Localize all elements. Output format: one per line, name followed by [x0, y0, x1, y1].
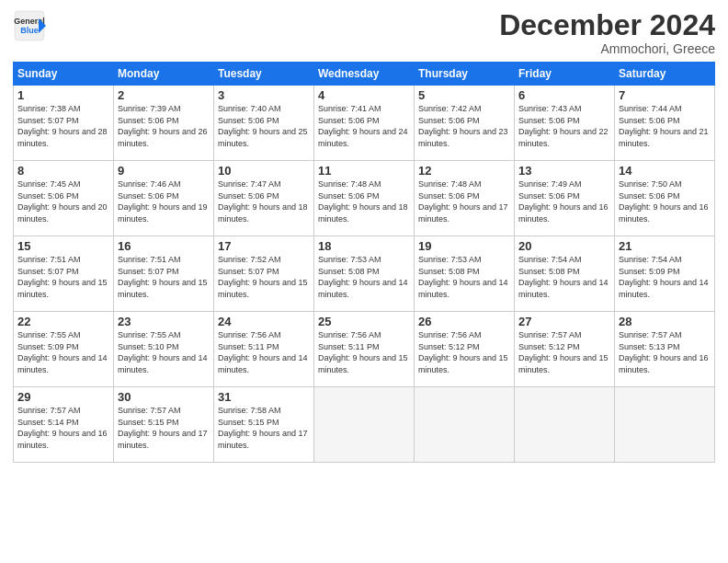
day-number: 23 [118, 315, 210, 328]
day-info: Sunrise: 7:49 AM Sunset: 5:06 PM Dayligh… [518, 178, 610, 224]
day-info: Sunrise: 7:54 AM Sunset: 5:08 PM Dayligh… [518, 254, 610, 300]
calendar-body: 1 Sunrise: 7:38 AM Sunset: 5:07 PM Dayli… [14, 86, 715, 463]
empty-cell [615, 387, 715, 463]
day-number: 27 [518, 315, 610, 328]
day-info: Sunrise: 7:58 AM Sunset: 5:15 PM Dayligh… [218, 405, 310, 451]
day-cell-3: 3 Sunrise: 7:40 AM Sunset: 5:06 PM Dayli… [214, 86, 314, 161]
day-number: 3 [218, 88, 310, 102]
day-cell-19: 19 Sunrise: 7:53 AM Sunset: 5:08 PM Dayl… [415, 236, 515, 312]
day-cell-28: 28 Sunrise: 7:57 AM Sunset: 5:13 PM Dayl… [615, 312, 715, 387]
header: General Blue December 2024 Ammochori, Gr… [13, 9, 715, 56]
day-number: 2 [118, 88, 210, 102]
day-number: 18 [318, 239, 410, 253]
day-cell-8: 8 Sunrise: 7:45 AM Sunset: 5:06 PM Dayli… [14, 161, 114, 236]
day-number: 22 [17, 315, 109, 328]
day-cell-2: 2 Sunrise: 7:39 AM Sunset: 5:06 PM Dayli… [114, 86, 214, 161]
week-row-2: 8 Sunrise: 7:45 AM Sunset: 5:06 PM Dayli… [14, 161, 715, 236]
day-number: 25 [318, 315, 410, 328]
column-header-sunday: Sunday [14, 63, 114, 86]
day-cell-11: 11 Sunrise: 7:48 AM Sunset: 5:06 PM Dayl… [314, 161, 415, 236]
day-number: 28 [619, 315, 711, 328]
week-row-5: 29 Sunrise: 7:57 AM Sunset: 5:14 PM Dayl… [14, 387, 715, 463]
day-cell-27: 27 Sunrise: 7:57 AM Sunset: 5:12 PM Dayl… [515, 312, 615, 387]
day-cell-10: 10 Sunrise: 7:47 AM Sunset: 5:06 PM Dayl… [214, 161, 314, 236]
day-cell-18: 18 Sunrise: 7:53 AM Sunset: 5:08 PM Dayl… [314, 236, 415, 312]
day-info: Sunrise: 7:51 AM Sunset: 5:07 PM Dayligh… [17, 254, 109, 300]
day-number: 5 [418, 88, 510, 102]
day-number: 6 [518, 88, 610, 102]
day-info: Sunrise: 7:54 AM Sunset: 5:09 PM Dayligh… [619, 254, 711, 300]
day-cell-21: 21 Sunrise: 7:54 AM Sunset: 5:09 PM Dayl… [615, 236, 715, 312]
day-cell-22: 22 Sunrise: 7:55 AM Sunset: 5:09 PM Dayl… [14, 312, 114, 387]
day-info: Sunrise: 7:53 AM Sunset: 5:08 PM Dayligh… [318, 254, 410, 300]
day-number: 26 [418, 315, 510, 328]
empty-cell [515, 387, 615, 463]
day-cell-15: 15 Sunrise: 7:51 AM Sunset: 5:07 PM Dayl… [14, 236, 114, 312]
day-number: 4 [318, 88, 410, 102]
day-cell-20: 20 Sunrise: 7:54 AM Sunset: 5:08 PM Dayl… [515, 236, 615, 312]
week-row-4: 22 Sunrise: 7:55 AM Sunset: 5:09 PM Dayl… [14, 312, 715, 387]
day-cell-17: 17 Sunrise: 7:52 AM Sunset: 5:07 PM Dayl… [214, 236, 314, 312]
calendar-header-row: SundayMondayTuesdayWednesdayThursdayFrid… [14, 63, 715, 86]
day-cell-5: 5 Sunrise: 7:42 AM Sunset: 5:06 PM Dayli… [415, 86, 515, 161]
logo: General Blue [13, 9, 46, 42]
day-number: 7 [619, 88, 711, 102]
day-number: 21 [619, 239, 711, 253]
day-info: Sunrise: 7:53 AM Sunset: 5:08 PM Dayligh… [418, 254, 510, 300]
day-info: Sunrise: 7:57 AM Sunset: 5:14 PM Dayligh… [17, 405, 109, 451]
month-year: December 2024 [499, 9, 715, 41]
day-cell-29: 29 Sunrise: 7:57 AM Sunset: 5:14 PM Dayl… [14, 387, 114, 463]
day-cell-30: 30 Sunrise: 7:57 AM Sunset: 5:15 PM Dayl… [114, 387, 214, 463]
week-row-3: 15 Sunrise: 7:51 AM Sunset: 5:07 PM Dayl… [14, 236, 715, 312]
title-block: December 2024 Ammochori, Greece [499, 9, 715, 56]
day-number: 29 [17, 390, 109, 404]
day-cell-12: 12 Sunrise: 7:48 AM Sunset: 5:06 PM Dayl… [415, 161, 515, 236]
column-header-wednesday: Wednesday [314, 63, 415, 86]
day-number: 30 [118, 390, 210, 404]
day-info: Sunrise: 7:56 AM Sunset: 5:12 PM Dayligh… [418, 329, 510, 375]
day-info: Sunrise: 7:46 AM Sunset: 5:06 PM Dayligh… [118, 178, 210, 224]
day-info: Sunrise: 7:57 AM Sunset: 5:13 PM Dayligh… [619, 329, 711, 375]
column-header-saturday: Saturday [615, 63, 715, 86]
day-number: 24 [218, 315, 310, 328]
day-number: 13 [518, 164, 610, 178]
day-info: Sunrise: 7:48 AM Sunset: 5:06 PM Dayligh… [418, 178, 510, 224]
day-info: Sunrise: 7:55 AM Sunset: 5:10 PM Dayligh… [118, 329, 210, 375]
day-number: 17 [218, 239, 310, 253]
day-info: Sunrise: 7:56 AM Sunset: 5:11 PM Dayligh… [318, 329, 410, 375]
day-info: Sunrise: 7:51 AM Sunset: 5:07 PM Dayligh… [118, 254, 210, 300]
day-info: Sunrise: 7:39 AM Sunset: 5:06 PM Dayligh… [118, 103, 210, 149]
day-cell-31: 31 Sunrise: 7:58 AM Sunset: 5:15 PM Dayl… [214, 387, 314, 463]
day-number: 1 [17, 88, 109, 102]
calendar-table: SundayMondayTuesdayWednesdayThursdayFrid… [13, 62, 715, 463]
location: Ammochori, Greece [499, 41, 715, 56]
day-number: 11 [318, 164, 410, 178]
day-cell-26: 26 Sunrise: 7:56 AM Sunset: 5:12 PM Dayl… [415, 312, 515, 387]
day-number: 12 [418, 164, 510, 178]
day-info: Sunrise: 7:45 AM Sunset: 5:06 PM Dayligh… [17, 178, 109, 224]
day-number: 15 [17, 239, 109, 253]
day-number: 16 [118, 239, 210, 253]
day-info: Sunrise: 7:56 AM Sunset: 5:11 PM Dayligh… [218, 329, 310, 375]
day-info: Sunrise: 7:41 AM Sunset: 5:06 PM Dayligh… [318, 103, 410, 149]
day-cell-4: 4 Sunrise: 7:41 AM Sunset: 5:06 PM Dayli… [314, 86, 415, 161]
day-cell-14: 14 Sunrise: 7:50 AM Sunset: 5:06 PM Dayl… [615, 161, 715, 236]
day-number: 19 [418, 239, 510, 253]
day-number: 14 [619, 164, 711, 178]
day-cell-23: 23 Sunrise: 7:55 AM Sunset: 5:10 PM Dayl… [114, 312, 214, 387]
day-cell-13: 13 Sunrise: 7:49 AM Sunset: 5:06 PM Dayl… [515, 161, 615, 236]
day-info: Sunrise: 7:43 AM Sunset: 5:06 PM Dayligh… [518, 103, 610, 149]
day-cell-16: 16 Sunrise: 7:51 AM Sunset: 5:07 PM Dayl… [114, 236, 214, 312]
day-number: 20 [518, 239, 610, 253]
day-cell-6: 6 Sunrise: 7:43 AM Sunset: 5:06 PM Dayli… [515, 86, 615, 161]
column-header-thursday: Thursday [415, 63, 515, 86]
day-info: Sunrise: 7:55 AM Sunset: 5:09 PM Dayligh… [17, 329, 109, 375]
day-info: Sunrise: 7:44 AM Sunset: 5:06 PM Dayligh… [619, 103, 711, 149]
day-cell-25: 25 Sunrise: 7:56 AM Sunset: 5:11 PM Dayl… [314, 312, 415, 387]
day-number: 9 [118, 164, 210, 178]
day-number: 10 [218, 164, 310, 178]
week-row-1: 1 Sunrise: 7:38 AM Sunset: 5:07 PM Dayli… [14, 86, 715, 161]
logo-icon: General Blue [13, 9, 46, 42]
column-header-friday: Friday [515, 63, 615, 86]
empty-cell [415, 387, 515, 463]
